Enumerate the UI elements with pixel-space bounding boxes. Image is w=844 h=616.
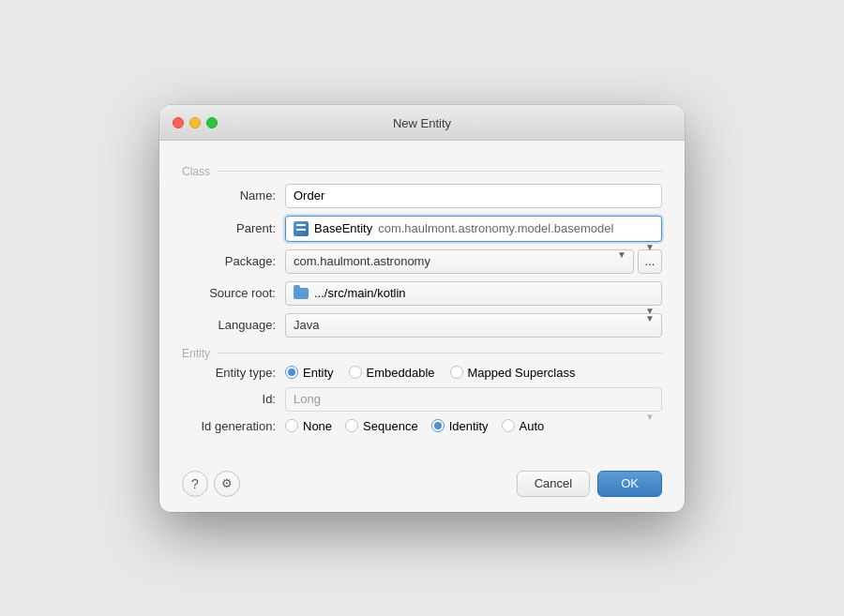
id-field-wrapper: Long ▼ [285,387,662,412]
gear-icon: ⚙ [221,476,233,490]
radio-auto-circle [502,419,515,432]
radio-identity[interactable]: Identity [431,419,489,433]
window-title: New Entity [393,116,451,130]
parent-row: Parent: BaseEntity com.haulmont.astronom… [182,216,662,242]
id-select: Long [285,387,662,412]
radio-embeddable-label: Embeddable [367,366,435,380]
parent-select[interactable]: BaseEntity com.haulmont.astronomy.model.… [285,216,662,242]
radio-auto-label: Auto [520,419,545,433]
entity-divider [218,353,662,353]
maximize-button[interactable] [206,117,218,128]
id-gen-label: Id generation: [182,419,285,433]
radio-mapped-superclass[interactable]: Mapped Superclass [450,366,576,380]
radio-identity-circle [431,419,445,432]
name-field-wrapper [285,184,662,208]
dialog: New Entity Class Name: Parent: BaseEntit… [159,105,685,512]
traffic-lights [173,117,218,128]
entity-section-header: Entity [182,347,662,360]
dialog-body: Class Name: Parent: BaseEntity com.haulm… [159,141,685,459]
radio-sequence-circle [345,419,358,432]
class-section-header: Class [182,165,662,178]
source-root-row: Source root: .../src/main/kotlin ▼ [182,281,662,306]
radio-mapped-superclass-label: Mapped Superclass [468,366,576,380]
minimize-button[interactable] [189,117,201,128]
settings-button[interactable]: ⚙ [214,471,240,497]
package-select-wrapper: com.haulmont.astronomy ▼ [285,249,634,274]
radio-identity-dot [434,422,442,429]
entity-type-options: Entity Embeddable Mapped Superclass [285,366,662,380]
id-value: Long [294,392,321,406]
id-row: Id: Long ▼ [182,387,662,412]
language-label: Language: [182,318,285,332]
entity-icon [294,221,309,236]
radio-sequence[interactable]: Sequence [345,419,418,433]
parent-package: com.haulmont.astronomy.model.basemodel [378,221,613,235]
id-label: Id: [182,392,285,406]
language-field-wrapper: Java ▼ [285,313,662,338]
class-section-label: Class [182,165,210,178]
parent-label: Parent: [182,221,285,235]
id-gen-options: None Sequence Identity Auto [285,419,662,433]
package-browse-button[interactable]: ... [638,249,662,274]
entity-section-label: Entity [182,347,210,360]
radio-mapped-superclass-circle [450,366,463,379]
radio-embeddable-circle [349,366,362,379]
parent-class-name: BaseEntity [314,221,372,235]
help-button[interactable]: ? [182,471,208,497]
language-row: Language: Java ▼ [182,313,662,338]
source-root-wrapper: .../src/main/kotlin ▼ [285,281,662,306]
radio-none-circle [285,419,298,432]
class-divider [218,171,662,172]
radio-entity-circle [285,366,298,379]
entity-type-label: Entity type: [182,366,285,380]
source-root-value: .../src/main/kotlin [314,286,406,300]
radio-none-label: None [303,419,332,433]
radio-auto[interactable]: Auto [502,419,545,433]
name-row: Name: [182,184,662,208]
footer: ? ⚙ Cancel OK [159,459,685,512]
radio-sequence-label: Sequence [363,419,418,433]
name-label: Name: [182,188,285,203]
radio-identity-label: Identity [449,419,489,433]
footer-right: Cancel OK [517,471,662,497]
source-root-select[interactable]: .../src/main/kotlin [285,281,662,306]
entity-type-row: Entity type: Entity Embeddable Mapped Su… [182,366,662,380]
radio-entity-label: Entity [303,366,334,380]
package-row: Package: com.haulmont.astronomy ▼ ... [182,249,662,274]
parent-select-wrapper: BaseEntity com.haulmont.astronomy.model.… [285,216,662,242]
radio-entity[interactable]: Entity [285,366,334,380]
radio-none[interactable]: None [285,419,332,433]
footer-left: ? ⚙ [182,471,240,497]
ok-button[interactable]: OK [597,471,662,497]
package-label: Package: [182,254,285,268]
id-gen-row: Id generation: None Sequence Identity [182,419,662,433]
package-field-wrapper: com.haulmont.astronomy ▼ ... [285,249,662,274]
close-button[interactable] [173,117,184,128]
titlebar: New Entity [159,105,685,141]
radio-embeddable[interactable]: Embeddable [349,366,435,380]
name-input[interactable] [285,184,662,208]
cancel-button[interactable]: Cancel [517,471,590,497]
language-select[interactable]: Java [285,313,662,338]
folder-icon [294,288,309,299]
source-root-label: Source root: [182,286,285,300]
package-select[interactable]: com.haulmont.astronomy [285,249,634,274]
radio-entity-dot [288,368,295,376]
